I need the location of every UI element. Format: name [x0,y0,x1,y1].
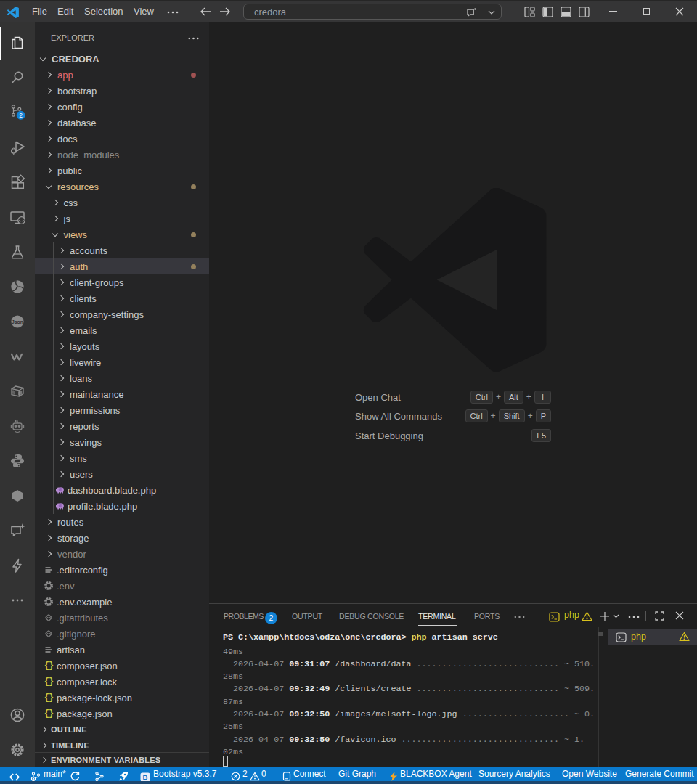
svg-text:2: 2 [19,112,23,119]
svg-text:B: B [143,772,148,780]
svg-text:Json: Json [12,319,23,324]
